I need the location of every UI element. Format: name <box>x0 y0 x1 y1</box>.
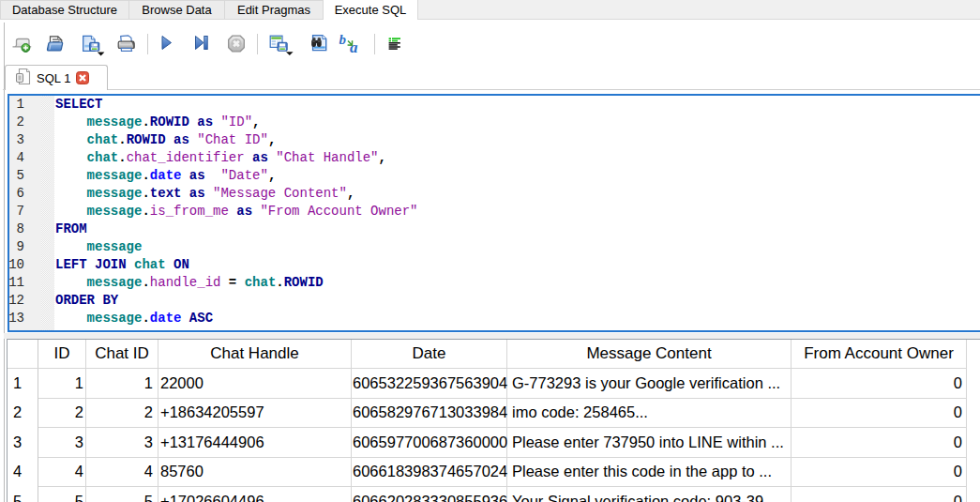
svg-text:a: a <box>350 38 358 56</box>
svg-text:b: b <box>339 32 347 47</box>
